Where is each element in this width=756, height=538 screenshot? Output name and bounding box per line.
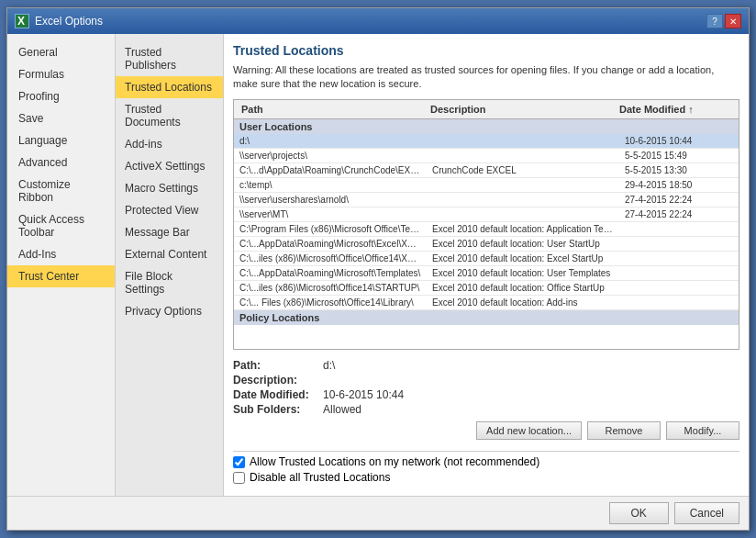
left-panel-item-quick-access[interactable]: Quick Access Toolbar	[7, 208, 115, 243]
date-cell	[619, 237, 739, 251]
path-label: Path:	[233, 359, 316, 372]
path-cell: C:\...d\AppData\Roaming\CrunchCode\EXCEL…	[234, 163, 427, 177]
warning-text: Warning: All these locations are treated…	[233, 63, 739, 92]
checkboxes-container: Allow Trusted Locations on my network (n…	[233, 455, 739, 487]
left-panel-item-add-ins[interactable]: Add-Ins	[7, 243, 115, 265]
title-bar: X Excel Options ? ✕	[7, 8, 749, 34]
date-modified-label: Date Modified:	[233, 388, 316, 401]
path-cell: \\server\MT\	[234, 207, 427, 221]
date-cell: 29-4-2015 18:50	[619, 178, 739, 192]
table-row[interactable]: \\server\projects\5-5-2015 15:49	[234, 149, 739, 163]
date-cell: 27-4-2015 22:24	[619, 207, 739, 221]
table-row[interactable]: C:\... Files (x86)\Microsoft\Office14\Li…	[234, 296, 739, 310]
table-row[interactable]: C:\...AppData\Roaming\Microsoft\Template…	[234, 266, 739, 281]
path-cell: c:\temp\	[234, 178, 427, 192]
help-button[interactable]: ?	[706, 14, 723, 28]
date-cell	[619, 281, 739, 295]
table-row[interactable]: C:\...d\AppData\Roaming\CrunchCode\EXCEL…	[234, 163, 739, 178]
description-cell	[427, 134, 619, 148]
description-cell: CrunchCode EXCEL	[427, 163, 619, 177]
checkbox-disable-all[interactable]	[233, 472, 245, 484]
middle-panel-item-message-bar[interactable]: Message Bar	[116, 221, 223, 243]
excel-options-dialog: X Excel Options ? ✕ GeneralFormulasProof…	[6, 7, 750, 531]
path-cell: C:\... Files (x86)\Microsoft\Office14\Li…	[234, 296, 427, 309]
table-row[interactable]: C:\...AppData\Roaming\Microsoft\Excel\XL…	[234, 237, 739, 252]
date-modified-value: 10-6-2015 10:44	[323, 388, 404, 401]
left-panel-item-customize-ribbon[interactable]: Customize Ribbon	[7, 174, 115, 208]
table-row[interactable]: \\server\usershares\arnold\27-4-2015 22:…	[234, 193, 739, 207]
table-row[interactable]: \\server\MT\27-4-2015 22:24	[234, 207, 739, 222]
table-row[interactable]: d:\10-6-2015 10:44	[234, 134, 739, 149]
table-header: Path Description Date Modified	[234, 100, 739, 119]
date-cell	[619, 266, 739, 280]
middle-panel-item-privacy[interactable]: Privacy Options	[116, 300, 223, 322]
policy-locations-header: Policy Locations	[234, 310, 739, 325]
date-cell	[619, 296, 739, 309]
description-cell: Excel 2010 default location: Add-ins	[427, 296, 619, 309]
description-cell: Excel 2010 default location: User Templa…	[427, 266, 619, 280]
middle-panel: Trusted PublishersTrusted LocationsTrust…	[116, 34, 224, 496]
table-row[interactable]: c:\temp\29-4-2015 18:50	[234, 178, 739, 193]
add-new-location-button[interactable]: Add new location...	[476, 421, 582, 440]
left-panel-item-advanced[interactable]: Advanced	[7, 151, 115, 174]
middle-panel-item-trusted-documents[interactable]: Trusted Documents	[116, 98, 223, 133]
date-cell	[619, 222, 739, 236]
path-cell: C:\...AppData\Roaming\Microsoft\Excel\XL…	[234, 237, 427, 251]
checkbox-row-disable-all: Disable all Trusted Locations	[233, 471, 739, 484]
description-label: Description:	[233, 374, 316, 387]
description-cell: Excel 2010 default location: User StartU…	[427, 237, 619, 251]
path-cell: C:\...iles (x86)\Microsoft\Office14\STAR…	[234, 281, 427, 295]
path-cell: C:\...iles (x86)\Microsoft\Office\Office…	[234, 252, 427, 265]
left-panel-item-trust-center[interactable]: Trust Center	[7, 265, 115, 287]
middle-panel-item-macro[interactable]: Macro Settings	[116, 177, 223, 199]
middle-panel-item-trusted-publishers[interactable]: Trusted Publishers	[116, 41, 223, 76]
remove-button[interactable]: Remove	[587, 421, 661, 440]
path-cell: \\server\usershares\arnold\	[234, 193, 427, 207]
middle-panel-item-protected-view[interactable]: Protected View	[116, 199, 223, 221]
description-cell	[427, 149, 619, 163]
description-cell: Excel 2010 default location: Application…	[427, 222, 619, 236]
middle-panel-item-trusted-locations[interactable]: Trusted Locations	[116, 76, 223, 98]
path-cell: C:\Program Files (x86)\Microsoft Office\…	[234, 222, 427, 236]
checkbox-allow-network[interactable]	[233, 456, 245, 468]
left-panel-item-language[interactable]: Language	[7, 129, 115, 151]
table-row[interactable]: C:\...iles (x86)\Microsoft\Office\Office…	[234, 252, 739, 266]
date-cell: 27-4-2015 22:24	[619, 193, 739, 207]
ok-button[interactable]: OK	[609, 502, 669, 524]
table-row[interactable]: C:\...iles (x86)\Microsoft\Office14\STAR…	[234, 281, 739, 296]
middle-panel-item-add-ins[interactable]: Add-ins	[116, 133, 223, 155]
description-cell	[427, 178, 619, 192]
middle-panel-item-activex[interactable]: ActiveX Settings	[116, 155, 223, 177]
title-bar-left: X Excel Options	[15, 14, 103, 28]
close-button[interactable]: ✕	[725, 14, 741, 28]
path-header: Path	[238, 102, 427, 117]
checkbox-label-allow-network: Allow Trusted Locations on my network (n…	[250, 455, 539, 468]
description-header: Description	[427, 102, 616, 117]
table-rows-container: d:\10-6-2015 10:44\\server\projects\5-5-…	[234, 134, 739, 310]
title-controls: ? ✕	[706, 14, 741, 28]
path-cell: C:\...AppData\Roaming\Microsoft\Template…	[234, 266, 427, 280]
path-cell: d:\	[234, 134, 427, 148]
modify-button[interactable]: Modify...	[666, 421, 739, 440]
user-locations-header: User Locations	[234, 119, 739, 134]
table-row[interactable]: C:\Program Files (x86)\Microsoft Office\…	[234, 222, 739, 237]
subfolders-value: Allowed	[323, 403, 361, 416]
date-detail-row: Date Modified: 10-6-2015 10:44	[233, 388, 739, 401]
subfolders-detail-row: Sub Folders: Allowed	[233, 403, 739, 416]
right-panel-title: Trusted Locations	[233, 43, 739, 58]
bottom-bar: OK Cancel	[7, 496, 749, 530]
description-cell: Excel 2010 default location: Excel Start…	[427, 252, 619, 265]
left-panel-item-proofing[interactable]: Proofing	[7, 85, 115, 107]
description-cell	[427, 193, 619, 207]
cancel-button[interactable]: Cancel	[674, 502, 739, 524]
middle-panel-item-file-block[interactable]: File Block Settings	[116, 265, 223, 300]
left-panel: GeneralFormulasProofingSaveLanguageAdvan…	[7, 34, 116, 496]
middle-panel-item-external-content[interactable]: External Content	[116, 243, 223, 265]
date-header: Date Modified	[616, 102, 735, 117]
left-panel-item-save[interactable]: Save	[7, 107, 115, 129]
date-cell: 10-6-2015 10:44	[619, 134, 739, 148]
detail-section: Path: d:\ Description: Date Modified: 10…	[233, 355, 739, 421]
dialog-title: Excel Options	[35, 15, 103, 28]
left-panel-item-general[interactable]: General	[7, 41, 115, 63]
left-panel-item-formulas[interactable]: Formulas	[7, 63, 115, 85]
